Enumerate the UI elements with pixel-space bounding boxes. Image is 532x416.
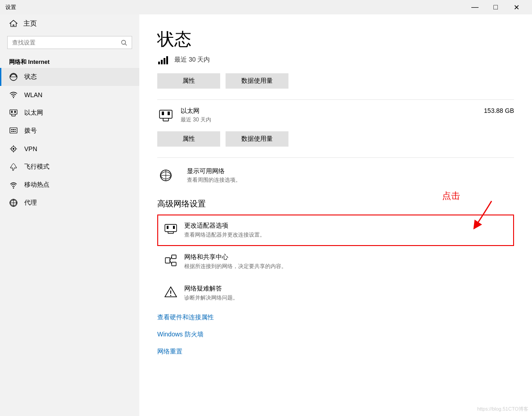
connection-label: 最近 30 天内 <box>174 56 210 64</box>
ethernet-icon <box>9 108 18 117</box>
ethernet-data: 153.88 GB <box>484 107 514 114</box>
svg-point-51 <box>170 295 171 296</box>
sidebar-item-vpn[interactable]: VPN <box>0 140 139 158</box>
troubleshoot-icon <box>164 285 178 299</box>
window-title: 设置 <box>5 4 465 11</box>
svg-rect-44 <box>165 258 170 263</box>
adapter-desc: 查看网络适配器并更改连接设置。 <box>184 231 265 239</box>
sidebar-item-dialup[interactable]: 拨号 <box>0 122 139 140</box>
vpn-icon <box>9 144 18 153</box>
svg-rect-46 <box>172 262 176 266</box>
ethernet-data-usage-button[interactable]: 数据使用量 <box>226 131 288 147</box>
svg-rect-38 <box>165 224 177 232</box>
sidebar: 主页 网络和 Internet <box>0 14 139 416</box>
dialup-icon <box>9 126 18 135</box>
troubleshoot-title: 网络疑难解答 <box>184 285 238 293</box>
svg-point-0 <box>122 40 126 44</box>
ethernet-name: 以太网 <box>181 107 484 115</box>
ethernet-buttons: 属性 数据使用量 <box>157 131 514 147</box>
annotation-wrapper: 点击 <box>157 215 514 246</box>
adapter-title: 更改适配器选项 <box>184 222 265 230</box>
sidebar-item-home[interactable]: 主页 <box>0 14 139 32</box>
sharing-center-item[interactable]: 网络和共享中心 根据所连接到的网络，决定要共享的内容。 <box>157 246 514 277</box>
ethernet-section: 以太网 最近 30 天内 153.88 GB <box>157 99 514 131</box>
firewall-link[interactable]: Windows 防火墙 <box>157 326 514 343</box>
sharing-text: 网络和共享中心 根据所连接到的网络，决定要共享的内容。 <box>184 253 287 270</box>
svg-rect-11 <box>10 128 17 133</box>
svg-rect-16 <box>13 131 14 132</box>
sidebar-item-airplane[interactable]: 飞行模式 <box>0 158 139 176</box>
troubleshoot-text: 网络疑难解答 诊断并解决网络问题。 <box>184 285 238 302</box>
proxy-icon <box>9 198 18 207</box>
main-layout: 主页 网络和 Internet <box>0 14 532 416</box>
settings-window: 设置 — □ ✕ 主页 <box>0 0 532 416</box>
wifi-properties-button[interactable]: 属性 <box>157 73 220 89</box>
svg-rect-42 <box>167 226 168 229</box>
sidebar-item-vpn-label: VPN <box>24 145 37 152</box>
svg-line-1 <box>125 44 127 45</box>
svg-rect-12 <box>11 129 13 130</box>
sidebar-item-hotspot-label: 移动热点 <box>24 181 49 189</box>
show-networks-text: 显示可用网络 查看周围的连接选项。 <box>187 167 241 184</box>
show-networks-icon <box>157 167 174 184</box>
wifi-data-usage-button[interactable]: 数据使用量 <box>226 73 288 89</box>
troubleshoot-item[interactable]: 网络疑难解答 诊断并解决网络问题。 <box>157 277 514 309</box>
svg-rect-10 <box>14 111 16 113</box>
svg-point-4 <box>13 97 14 98</box>
window-controls: — □ ✕ <box>465 0 527 14</box>
content-area: 状态 最近 30 天内 属性 数据使用量 <box>139 14 532 416</box>
advanced-title: 高级网络设置 <box>157 198 514 209</box>
svg-point-19 <box>13 148 14 150</box>
sidebar-item-proxy-label: 代理 <box>24 199 37 207</box>
sidebar-item-wlan[interactable]: WLAN <box>0 86 139 104</box>
sidebar-item-hotspot[interactable]: 移动热点 <box>0 176 139 194</box>
svg-rect-45 <box>172 255 176 259</box>
sharing-title: 网络和共享中心 <box>184 253 287 261</box>
ethernet-properties-button[interactable]: 属性 <box>157 131 220 147</box>
wifi-buttons: 属性 数据使用量 <box>157 73 514 89</box>
status-icon <box>9 72 18 81</box>
sidebar-item-proxy[interactable]: 代理 <box>0 194 139 212</box>
sidebar-item-ethernet-label: 以太网 <box>24 109 43 117</box>
hardware-properties-link[interactable]: 查看硬件和连接属性 <box>157 309 514 326</box>
ethernet-info: 以太网 最近 30 天内 <box>181 107 484 124</box>
adapter-options-item[interactable]: 更改适配器选项 查看网络适配器并更改连接设置。 <box>157 215 514 246</box>
sharing-icon <box>164 253 178 268</box>
svg-rect-27 <box>166 56 168 64</box>
svg-point-20 <box>13 188 14 189</box>
signal-icon <box>157 55 170 64</box>
sidebar-section-title: 网络和 Internet <box>0 54 139 68</box>
svg-rect-28 <box>160 110 172 118</box>
watermark: https://blog.51CTO博客 <box>477 406 528 412</box>
home-icon <box>9 19 18 28</box>
connection-status: 最近 30 天内 <box>157 55 514 64</box>
sidebar-item-dialup-label: 拨号 <box>24 127 37 135</box>
page-title: 状态 <box>157 28 514 51</box>
minimize-button[interactable]: — <box>465 0 485 14</box>
sidebar-item-status[interactable]: 状态 <box>0 68 139 86</box>
sidebar-item-wlan-label: WLAN <box>24 91 42 98</box>
svg-rect-5 <box>10 110 17 114</box>
adapter-text: 更改适配器选项 查看网络适配器并更改连接设置。 <box>184 222 265 239</box>
svg-rect-24 <box>158 62 160 64</box>
show-networks-title: 显示可用网络 <box>187 167 241 175</box>
title-bar: 设置 — □ ✕ <box>0 0 532 14</box>
svg-rect-26 <box>164 58 165 64</box>
network-reset-link[interactable]: 网络重置 <box>157 343 514 360</box>
svg-rect-15 <box>11 131 13 132</box>
search-box[interactable] <box>7 36 132 49</box>
svg-rect-43 <box>173 226 175 229</box>
search-input[interactable] <box>12 39 117 46</box>
adapter-icon <box>164 222 178 236</box>
ethernet-sub: 最近 30 天内 <box>181 116 484 124</box>
wlan-icon <box>9 90 18 99</box>
svg-rect-32 <box>162 112 164 115</box>
show-networks[interactable]: 显示可用网络 查看周围的连接选项。 <box>157 161 514 189</box>
sidebar-item-ethernet[interactable]: 以太网 <box>0 104 139 122</box>
hotspot-icon <box>9 180 18 189</box>
ethernet-section-icon <box>157 107 174 124</box>
svg-rect-9 <box>11 111 13 113</box>
search-icon <box>121 40 127 46</box>
close-button[interactable]: ✕ <box>506 0 527 14</box>
maximize-button[interactable]: □ <box>485 0 506 14</box>
